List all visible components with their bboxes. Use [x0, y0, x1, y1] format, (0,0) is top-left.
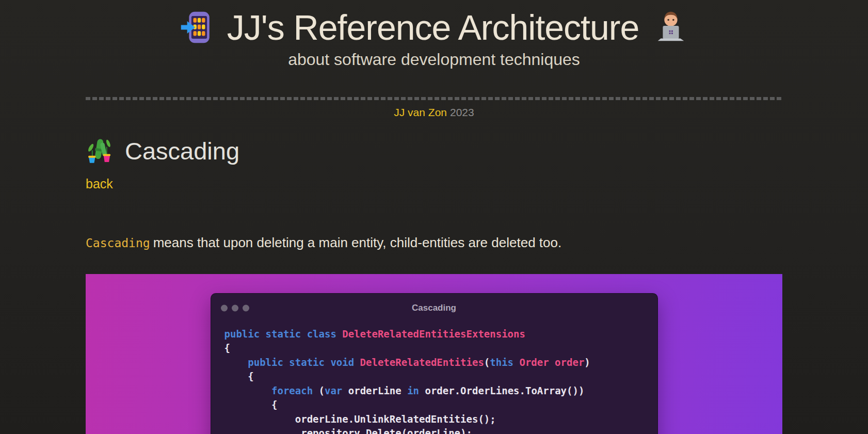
phone-with-arrow-emoji — [180, 10, 214, 44]
window-title: Cascading — [211, 294, 657, 323]
window-control-dot — [232, 304, 238, 311]
dashed-divider — [86, 97, 782, 100]
window-titlebar: Cascading — [211, 294, 657, 323]
code-screenshot-image: Cascading public static class DeleteRela… — [86, 274, 782, 434]
article-heading: Cascading — [125, 138, 239, 164]
code-area: public static class DeleteRelatedEntitie… — [211, 323, 657, 434]
code-line: public static void DeleteRelatedEntities… — [224, 356, 644, 370]
code-line: { — [224, 341, 644, 356]
code-line: { — [224, 369, 644, 384]
code-line: { — [224, 398, 644, 412]
code-line: orderLine.UnlinkRelatedEntities(); — [224, 412, 644, 427]
back-link[interactable]: back — [86, 176, 113, 191]
code-line: repository.Delete(orderLine); — [224, 426, 644, 434]
code-window: Cascading public static class DeleteRela… — [211, 293, 658, 434]
pine-decoration-emoji — [86, 137, 114, 165]
byline: JJ van Zon2023 — [86, 106, 782, 119]
site-subtitle: about software development techniques — [86, 50, 782, 69]
site-title-row: JJ's Reference Architecture — [86, 0, 782, 47]
byline-year: 2023 — [450, 106, 474, 118]
author-link[interactable]: JJ van Zon — [394, 106, 447, 118]
technologist-emoji — [652, 9, 688, 45]
page-content: JJ's Reference Architecture about softwa… — [86, 0, 782, 434]
code-line: public static class DeleteRelatedEntitie… — [224, 327, 644, 342]
window-controls — [221, 304, 249, 311]
site-header: JJ's Reference Architecture about softwa… — [86, 0, 782, 69]
intro-text: means that upon deleting a main entity, … — [153, 235, 562, 250]
intro-inline-code: Cascading — [86, 236, 150, 250]
window-control-dot — [243, 304, 249, 311]
intro-paragraph: Cascadingmeans that upon deleting a main… — [86, 235, 782, 251]
window-control-dot — [221, 304, 228, 311]
code-line: foreach (var orderLine in order.OrderLin… — [224, 384, 644, 398]
article-heading-row: Cascading — [86, 137, 782, 165]
site-title: JJ's Reference Architecture — [227, 8, 639, 47]
